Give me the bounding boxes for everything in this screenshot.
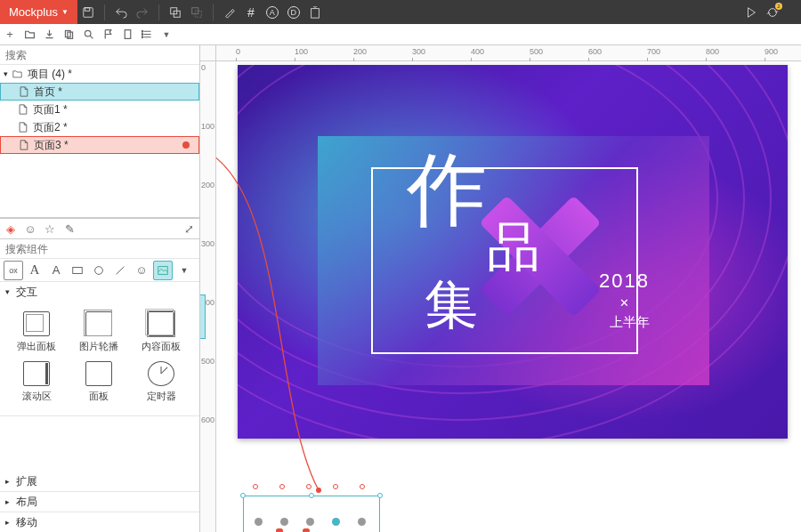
- ruler-horizontal[interactable]: 0 100 200 300 400 500 600 700 800 900: [216, 45, 801, 61]
- grid-icon[interactable]: #: [240, 2, 262, 23]
- component-carousel[interactable]: 图片轮播: [68, 307, 130, 357]
- component-search-input[interactable]: [0, 239, 199, 258]
- search-input[interactable]: [0, 45, 199, 64]
- page-icon: [18, 104, 30, 115]
- canvas[interactable]: 作 品 集 2018 ✕ 上半年: [216, 61, 801, 532]
- rect-tool[interactable]: [68, 261, 87, 280]
- art-char-1: 作: [407, 136, 487, 245]
- collapse-icon: ▾: [4, 69, 12, 78]
- category-header[interactable]: ▾ 交互: [0, 282, 199, 302]
- search-icon[interactable]: [78, 25, 98, 44]
- tree-item[interactable]: 页面1 *: [0, 101, 199, 118]
- star-icon[interactable]: ☆: [43, 222, 57, 236]
- ruler-corner: [200, 45, 216, 61]
- svg-point-17: [316, 488, 321, 493]
- expand-icon[interactable]: ⤢: [182, 222, 196, 236]
- category-interact: ▾ 交互 弹出面板 图片轮播 内容面板 滚动区 面板 定时器: [0, 282, 199, 416]
- text-tool-alt[interactable]: A: [46, 261, 66, 280]
- tree-root[interactable]: ▾ 项目 (4) *: [0, 65, 199, 83]
- redo-icon[interactable]: [132, 2, 153, 23]
- svg-rect-10: [125, 30, 131, 39]
- style-icon[interactable]: [219, 2, 240, 23]
- top-toolbar: Mockplus ▼ # A D 2: [0, 0, 801, 24]
- pencil-icon[interactable]: ✎: [62, 222, 77, 236]
- component-panel[interactable]: 面板: [68, 357, 130, 407]
- folder-icon: [12, 69, 25, 79]
- image-tool[interactable]: [153, 261, 173, 280]
- tree-item-label: 页面3 *: [34, 138, 69, 153]
- selected-carousel-element[interactable]: [243, 496, 380, 532]
- category-layout: ▸ 布局: [0, 492, 199, 512]
- circle-tool[interactable]: [89, 261, 109, 280]
- component-popup-panel[interactable]: 弹出面板: [5, 307, 68, 357]
- page-icon: [19, 86, 31, 97]
- category-header[interactable]: ▸ 移动: [0, 512, 199, 532]
- brand-label: Mockplus: [9, 5, 58, 19]
- svg-rect-1: [85, 7, 89, 11]
- component-scroll-area[interactable]: 滚动区: [5, 357, 68, 407]
- category-header[interactable]: ▸ 扩展: [0, 472, 199, 491]
- page-icon: [18, 122, 30, 133]
- line-tool[interactable]: [110, 261, 130, 280]
- tree-item-home[interactable]: 首页 *: [0, 83, 199, 101]
- tree-item-linked[interactable]: 页面3 *: [0, 136, 199, 154]
- svg-point-12: [142, 34, 143, 36]
- expand-icon: ▸: [5, 518, 16, 527]
- carousel-dots: [255, 518, 366, 526]
- flag-icon[interactable]: [98, 25, 117, 44]
- expand-icon: ▸: [5, 497, 16, 506]
- brand-menu[interactable]: Mockplus ▼: [0, 0, 77, 24]
- duplicate-icon[interactable]: [59, 25, 78, 44]
- link-anchor-icon[interactable]: [182, 141, 190, 149]
- save-icon[interactable]: [77, 2, 99, 23]
- category-label: 扩展: [16, 474, 37, 489]
- component-content-panel[interactable]: 内容面板: [130, 307, 192, 357]
- art-x: ✕: [619, 296, 629, 310]
- component-timer[interactable]: 定时器: [130, 357, 192, 407]
- page-icon: [19, 140, 31, 150]
- ungroup-icon[interactable]: [186, 2, 207, 23]
- smiley-tool[interactable]: ☺: [132, 261, 151, 280]
- dev-icon[interactable]: D: [283, 2, 304, 23]
- notif-badge: 2: [775, 3, 782, 10]
- tree-search: [0, 45, 199, 65]
- folder-icon[interactable]: [20, 25, 39, 44]
- expand-icon: ▸: [5, 477, 16, 486]
- download-icon[interactable]: [39, 25, 59, 44]
- tree-item[interactable]: 页面2 *: [0, 118, 199, 136]
- auto-icon[interactable]: A: [262, 2, 283, 23]
- category-label: 移动: [16, 515, 37, 530]
- svg-point-9: [85, 30, 91, 36]
- emoji-icon[interactable]: ☺: [23, 222, 37, 236]
- add-icon[interactable]: +: [0, 25, 20, 44]
- left-panel: ▾ 项目 (4) * 首页 * 页面1 * 页面2 * 页面3 *: [0, 45, 200, 532]
- svg-rect-6: [311, 8, 319, 18]
- artboard[interactable]: 作 品 集 2018 ✕ 上半年: [238, 65, 788, 439]
- cube-icon[interactable]: ◈: [4, 222, 18, 236]
- undo-icon[interactable]: [110, 2, 132, 23]
- art-char-3: 集: [425, 270, 478, 342]
- collapse-icon: ▾: [5, 287, 16, 296]
- category-label: 布局: [16, 495, 37, 510]
- category-extend: ▸ 扩展: [0, 472, 199, 492]
- tree-item-label: 页面2 *: [33, 120, 68, 135]
- label-tool[interactable]: ox: [4, 261, 23, 280]
- sync-icon[interactable]: 2: [762, 2, 783, 23]
- category-move: ▸ 移动: [0, 512, 199, 532]
- chevron-down-icon[interactable]: ▼: [157, 25, 176, 44]
- list-icon[interactable]: [137, 25, 157, 44]
- svg-point-11: [142, 30, 143, 32]
- export-icon[interactable]: [304, 2, 326, 23]
- component-tabs: ◈ ☺ ☆ ✎ ⤢: [0, 218, 199, 239]
- category-label: 交互: [16, 285, 37, 300]
- page-icon[interactable]: [117, 25, 137, 44]
- art-year: 2018: [599, 270, 650, 293]
- svg-point-15: [95, 266, 103, 274]
- text-tool[interactable]: A: [25, 261, 44, 280]
- panel-drag-handle[interactable]: [200, 294, 206, 339]
- chevron-down-icon[interactable]: ▼: [174, 261, 194, 280]
- art-subtitle: 上半年: [610, 314, 650, 331]
- play-icon[interactable]: [740, 2, 762, 23]
- category-header[interactable]: ▸ 布局: [0, 492, 199, 512]
- group-icon[interactable]: [165, 2, 186, 23]
